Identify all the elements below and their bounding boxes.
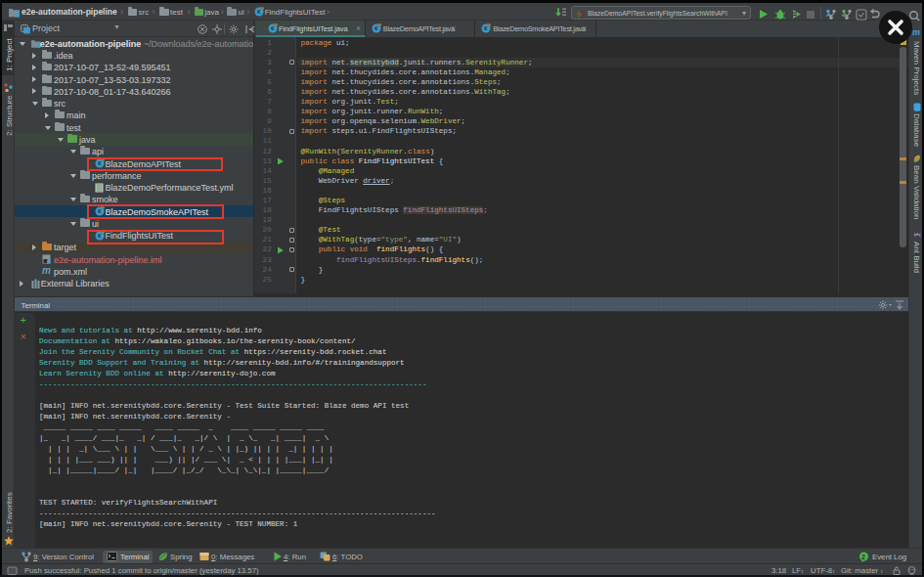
svg-text:2: 2 [861, 553, 865, 559]
